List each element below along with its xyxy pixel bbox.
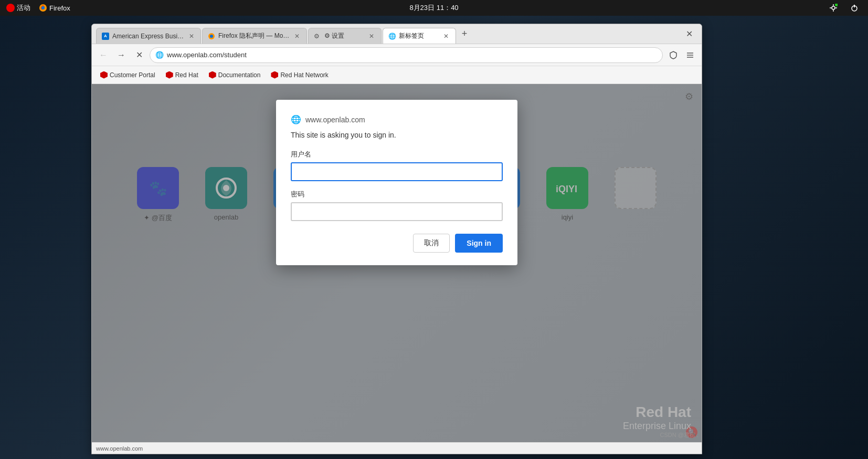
bookmark-customer-portal-label: Customer Portal (110, 71, 155, 79)
bookmark-redhat-network[interactable]: Red Hat Network (267, 69, 332, 81)
tab-firefox-close[interactable]: ✕ (293, 32, 301, 40)
auth-dialog: 🌐 www.openlab.com This site is asking yo… (276, 100, 517, 265)
bookmark-documentation-label: Documentation (218, 71, 261, 79)
redhat-bookmark-icon (166, 71, 173, 79)
tab-new[interactable]: 🌐 新标签页 ✕ (383, 28, 456, 44)
address-url: www.openlab.com/student (167, 51, 247, 59)
amex-favicon: A (102, 33, 109, 40)
address-bar[interactable]: 🌐 www.openlab.com/student (150, 47, 663, 63)
svg-point-1 (41, 6, 45, 9)
bookmark-redhat-label: Red Hat (175, 71, 198, 79)
auth-globe-icon: 🌐 (291, 114, 301, 124)
network-icon[interactable] (826, 1, 841, 15)
tab-new-label: 新标签页 (399, 32, 424, 40)
page-content: ⚙ 🐾 使用百度搜索 🔍 🐾 🔍 ✦ @百度 (92, 84, 702, 442)
auth-site-row: 🌐 www.openlab.com (291, 114, 503, 124)
menu-button[interactable] (683, 48, 697, 62)
tab-amex-label: American Express Busine... (112, 33, 184, 40)
address-globe-icon: 🌐 (155, 51, 164, 59)
tab-new-close[interactable]: ✕ (442, 32, 450, 40)
tab-settings[interactable]: ⚙ ⚙ 设置 ✕ (308, 28, 382, 44)
auth-site-url: www.openlab.com (305, 116, 365, 124)
password-input[interactable] (291, 202, 503, 221)
password-label: 密码 (291, 190, 503, 199)
browser-window: A American Express Busine... ✕ Firefox 隐… (91, 24, 702, 454)
auth-buttons: 取消 Sign in (291, 234, 503, 253)
documentation-icon (209, 71, 216, 79)
username-field-group: 用户名 (291, 150, 503, 190)
tab-bar: A American Express Busine... ✕ Firefox 隐… (92, 24, 702, 44)
bookmarks-bar: Customer Portal Red Hat Documentation Re… (92, 66, 702, 84)
password-field-group: 密码 (291, 190, 503, 230)
settings-favicon: ⚙ (314, 33, 321, 40)
redhat-network-icon (271, 71, 278, 79)
svg-point-7 (210, 35, 213, 38)
firefox-taskbar-item[interactable]: Firefox (39, 4, 70, 12)
tab-firefox-label: Firefox 隐私声明 — Mozil... (218, 32, 290, 40)
activities-button[interactable]: 活动 (6, 3, 30, 13)
auth-overlay: 🌐 www.openlab.com This site is asking yo… (92, 84, 702, 442)
power-icon[interactable] (847, 1, 862, 15)
firefox-icon (39, 4, 47, 12)
username-label: 用户名 (291, 150, 503, 159)
svg-point-2 (832, 6, 835, 9)
tab-amex[interactable]: A American Express Busine... ✕ (96, 28, 201, 44)
navigation-bar: ← → ✕ 🌐 www.openlab.com/student (92, 44, 702, 66)
datetime-display: 8月23日 11：40 (409, 3, 458, 13)
svg-point-3 (835, 4, 838, 6)
bookmark-documentation[interactable]: Documentation (205, 69, 265, 81)
signin-button[interactable]: Sign in (455, 234, 503, 253)
browser-close-button[interactable]: ✕ (683, 28, 695, 40)
shield-icon[interactable] (666, 48, 681, 62)
customer-portal-icon (100, 71, 108, 79)
tab-amex-close[interactable]: ✕ (187, 32, 195, 40)
status-url: www.openlab.com (96, 445, 143, 452)
redhat-logo-icon (6, 4, 15, 12)
new-tab-favicon: 🌐 (388, 33, 396, 40)
reload-button[interactable]: ✕ (132, 48, 146, 62)
firefox-label: Firefox (49, 4, 70, 12)
auth-description: This site is asking you to sign in. (291, 131, 503, 139)
os-taskbar: 活动 Firefox 8月23日 11：40 (0, 0, 868, 16)
new-tab-button[interactable]: + (457, 27, 472, 41)
bookmark-redhat-network-label: Red Hat Network (280, 71, 328, 79)
activities-label: 活动 (17, 3, 30, 13)
username-input[interactable] (291, 162, 503, 181)
tab-firefox-privacy[interactable]: Firefox 隐私声明 — Mozil... ✕ (202, 28, 307, 44)
back-button[interactable]: ← (96, 48, 111, 62)
firefox-favicon (208, 33, 215, 40)
tab-settings-label: ⚙ 设置 (324, 32, 344, 40)
bookmark-redhat[interactable]: Red Hat (162, 69, 203, 81)
status-bar: www.openlab.com (92, 442, 702, 454)
forward-button[interactable]: → (114, 48, 129, 62)
cancel-button[interactable]: 取消 (413, 234, 450, 253)
tab-settings-close[interactable]: ✕ (367, 32, 376, 40)
bookmark-customer-portal[interactable]: Customer Portal (96, 69, 160, 81)
